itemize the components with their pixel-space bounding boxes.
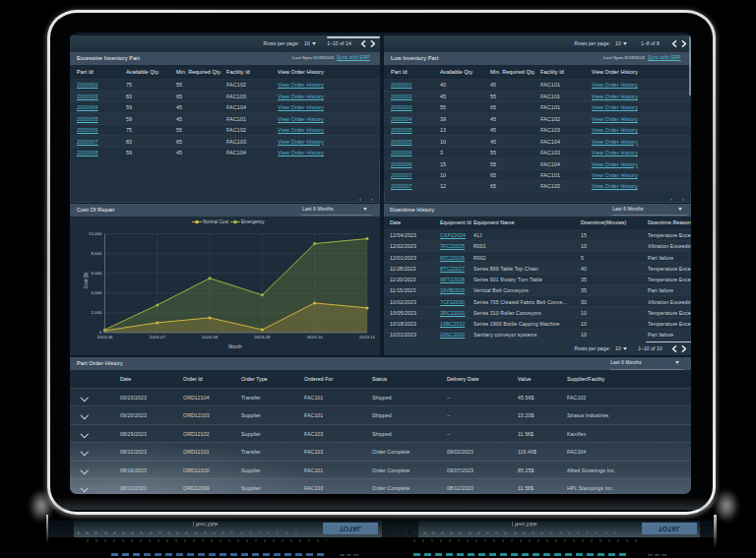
svg-text:Cost ($): Cost ($) — [84, 272, 89, 288]
